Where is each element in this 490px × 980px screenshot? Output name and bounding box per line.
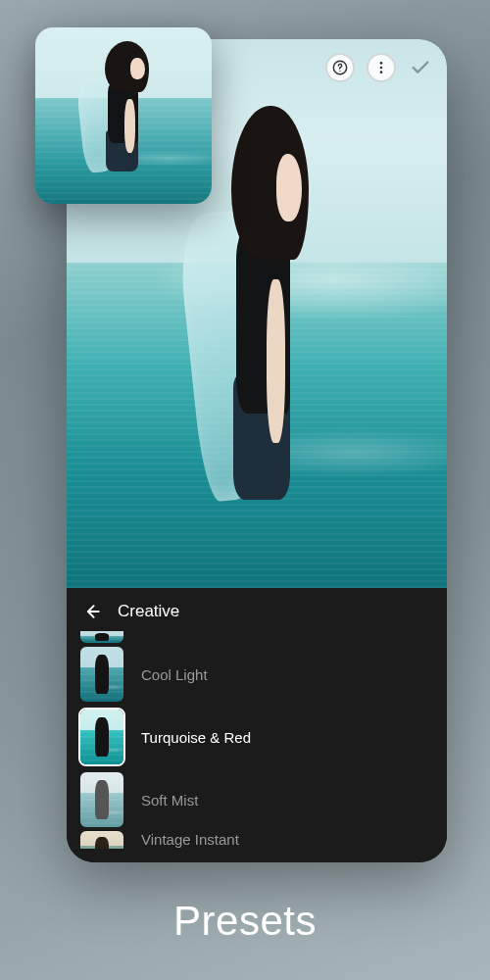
presets-panel: Creative Cool Light [67, 588, 447, 862]
preset-item-turquoise-red[interactable]: Turquoise & Red [67, 706, 447, 768]
preset-thumb[interactable] [80, 772, 123, 827]
preset-label: Soft Mist [141, 792, 198, 808]
svg-point-1 [339, 71, 340, 72]
back-arrow-icon[interactable] [82, 602, 102, 621]
confirm-check-icon[interactable] [408, 55, 433, 80]
original-thumbnail-popout [35, 27, 212, 204]
preset-thumb[interactable] [80, 831, 123, 849]
preset-item-vintage-instant[interactable]: Vintage Instant [67, 831, 447, 849]
panel-title: Creative [118, 602, 179, 621]
svg-point-2 [380, 62, 383, 65]
preset-item-cool-light[interactable]: Cool Light [67, 643, 447, 706]
preset-item-soft-mist[interactable]: Soft Mist [67, 768, 447, 831]
help-icon[interactable] [325, 53, 355, 82]
promo-caption: Presets [0, 898, 490, 945]
svg-point-3 [380, 67, 383, 70]
top-toolbar [325, 53, 433, 82]
panel-header: Creative [67, 588, 447, 631]
preset-label: Turquoise & Red [141, 729, 251, 746]
preset-label: Vintage Instant [141, 831, 239, 848]
preset-label: Cool Light [141, 666, 208, 683]
preset-list[interactable]: Cool Light Turquoise & Red Soft Mist [67, 631, 447, 849]
app-promo-background: Creative Cool Light [0, 0, 490, 980]
more-icon[interactable] [367, 53, 396, 82]
preset-thumb[interactable] [80, 631, 123, 643]
preset-thumb[interactable] [80, 647, 123, 702]
svg-point-4 [380, 71, 383, 74]
preset-thumb[interactable] [80, 710, 123, 764]
